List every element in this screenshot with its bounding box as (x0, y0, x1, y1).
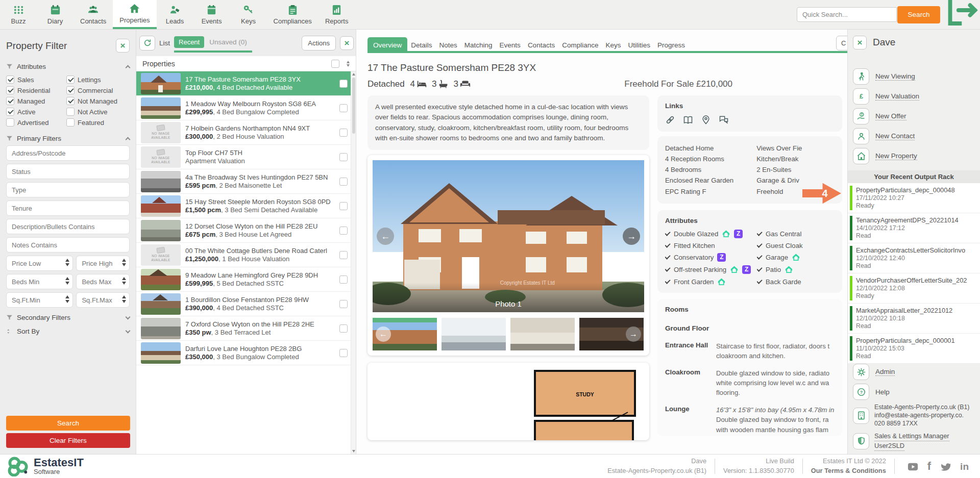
photo-next-button[interactable]: → (623, 228, 640, 245)
row-checkbox[interactable] (339, 251, 348, 259)
price-high-stepper[interactable] (122, 259, 126, 266)
brochure-icon[interactable] (683, 115, 693, 125)
help-link[interactable]: ? Help (853, 384, 980, 400)
checkbox-advertised[interactable]: Advertised (6, 118, 66, 127)
tab-unsaved[interactable]: Unsaved (0) (209, 38, 247, 46)
secondary-filters-section-header[interactable]: Secondary Filters (6, 311, 130, 324)
notes-contains-input[interactable] (6, 237, 130, 253)
clear-filters-button[interactable]: Clear Filters (6, 433, 130, 448)
quick-search-button[interactable]: Search (897, 6, 940, 23)
close-list-button[interactable]: × (340, 36, 354, 50)
beds-max-stepper[interactable] (122, 277, 126, 285)
tab-events[interactable]: Events (496, 37, 524, 53)
checkbox-active[interactable]: Active (6, 108, 66, 116)
tab-recent[interactable]: Recent (174, 36, 204, 48)
property-row[interactable]: 4a The Broadway St Ives Huntingdon PE27 … (136, 169, 356, 194)
tab-notes[interactable]: Notes (436, 37, 461, 53)
property-row[interactable]: NO IMAGE AVAILABLE 7 Holbein Gardens Nor… (136, 120, 356, 145)
output-rack-item[interactable]: VendorPurchaserOfferLetterSuite_202 12/1… (848, 273, 980, 304)
row-checkbox[interactable] (339, 104, 348, 112)
tab-progress[interactable]: Progress (654, 37, 689, 53)
description-bullets-input[interactable] (6, 219, 130, 234)
scrollbar-thumb[interactable] (352, 78, 355, 134)
sqft-min-input[interactable] (6, 292, 73, 308)
property-row[interactable]: 9 Meadow Lane Hemingford Grey PE28 9DH £… (136, 267, 356, 292)
checkbox-commercial[interactable]: Commercial (66, 86, 130, 94)
terms-link[interactable]: Our Terms & Conditions (811, 466, 886, 476)
photo-thumb-2[interactable] (442, 318, 506, 350)
property-row[interactable]: 12 Dorset Close Wyton on the Hill PE28 2… (136, 218, 356, 243)
photo-prev-button[interactable]: ← (377, 228, 394, 245)
property-row[interactable]: 15 Hay Street Steeple Morden Royston SG8… (136, 194, 356, 218)
row-checkbox[interactable] (339, 300, 348, 308)
close-filter-button[interactable]: × (116, 39, 130, 53)
property-row[interactable]: 17 The Pasture Somersham PE28 3YX £210,0… (136, 71, 356, 96)
row-checkbox[interactable] (339, 153, 348, 161)
row-checkbox[interactable] (339, 324, 348, 333)
beds-min-stepper[interactable] (65, 277, 69, 285)
tab-overview[interactable]: Overview (368, 37, 407, 53)
refresh-button[interactable] (139, 36, 155, 51)
tab-list[interactable]: List (159, 39, 170, 47)
checkbox-sales[interactable]: Sales (6, 76, 66, 84)
chat-icon[interactable] (719, 115, 729, 125)
price-low-input[interactable] (6, 256, 73, 271)
new-offer-link[interactable]: $ New Offer (853, 108, 980, 124)
output-rack-item[interactable]: PropertyParticulars_depc_000048 17/11/20… (848, 183, 980, 213)
row-checkbox[interactable] (339, 227, 348, 235)
new-viewing-link[interactable]: New Viewing (853, 68, 980, 85)
checkbox-lettings[interactable]: Lettings (66, 76, 130, 84)
photo-thumb-3[interactable] (510, 318, 575, 350)
nav-item-events[interactable]: Events (193, 0, 230, 29)
tab-compliance[interactable]: Compliance (558, 37, 602, 53)
tab-utilities[interactable]: Utilities (624, 37, 654, 53)
twitter-icon[interactable] (940, 461, 951, 472)
address-postcode-input[interactable] (6, 145, 130, 161)
price-low-stepper[interactable] (65, 259, 69, 266)
actions-button[interactable]: Actions (302, 36, 336, 51)
property-row[interactable]: 7 Oxford Close Wyton on the Hill PE28 2H… (136, 316, 356, 341)
close-side-panel-button[interactable]: × (853, 36, 867, 49)
output-rack-item[interactable]: TenancyAgreementDPS_20221014 14/10/2022 … (848, 213, 980, 243)
nav-item-contacts[interactable]: Contacts (74, 0, 113, 29)
output-rack-item[interactable]: ExchangeContractsLetterSolicitorInvo 12/… (848, 243, 980, 273)
type-input[interactable] (6, 182, 130, 197)
linkedin-icon[interactable]: in (960, 462, 969, 471)
floorplan-card[interactable]: STUDY DOUBLE GARAGE (368, 363, 649, 440)
link-icon[interactable] (665, 115, 675, 125)
nav-item-buzz[interactable]: Buzz (0, 0, 37, 29)
checkbox-residential[interactable]: Residential (6, 86, 66, 94)
property-row[interactable]: NO IMAGE AVAILABLE Top Floor CH7 5TH Apa… (136, 145, 356, 169)
new-property-link[interactable]: New Property (853, 148, 980, 164)
row-checkbox[interactable] (339, 129, 348, 137)
main-photo[interactable]: Copyright Estates IT Ltd Photo 1 ← → (373, 160, 644, 312)
tab-details[interactable]: Details (407, 37, 435, 53)
output-rack-item[interactable]: MarketAppraisalLetter_20221012 12/10/202… (848, 304, 980, 334)
admin-link[interactable]: Admin (853, 364, 980, 380)
attributes-section-header[interactable]: Attributes (6, 60, 130, 73)
row-checkbox[interactable] (339, 178, 348, 186)
checkbox-not-active[interactable]: Not Active (66, 108, 130, 116)
nav-item-properties[interactable]: Properties (113, 0, 156, 29)
quick-search-input[interactable] (797, 7, 897, 22)
nav-item-leads[interactable]: Leads (157, 0, 193, 29)
map-pin-icon[interactable] (701, 115, 711, 125)
tab-matching[interactable]: Matching (461, 37, 496, 53)
nav-item-diary[interactable]: Diary (37, 0, 74, 29)
facebook-icon[interactable]: f (927, 461, 931, 472)
tab-contacts[interactable]: Contacts (524, 37, 558, 53)
youtube-icon[interactable] (907, 461, 919, 472)
list-scrollbar[interactable] (351, 71, 356, 454)
row-checkbox[interactable] (339, 80, 348, 88)
filter-search-button[interactable]: Search (6, 416, 130, 431)
nav-item-keys[interactable]: Keys (230, 0, 267, 29)
status-input[interactable] (6, 164, 130, 179)
sort-by-section-header[interactable]: Sort By (6, 324, 130, 338)
tab-keys[interactable]: Keys (602, 37, 624, 53)
sqft-min-stepper[interactable] (65, 295, 69, 303)
thumbs-next-button[interactable]: → (626, 326, 641, 342)
property-row[interactable]: 1 Meadow Way Melbourn Royston SG8 6EA £2… (136, 96, 356, 120)
sqft-max-stepper[interactable] (122, 295, 126, 303)
new-contact-link[interactable]: New Contact (853, 128, 980, 144)
thumbs-prev-button[interactable]: ← (376, 326, 391, 342)
